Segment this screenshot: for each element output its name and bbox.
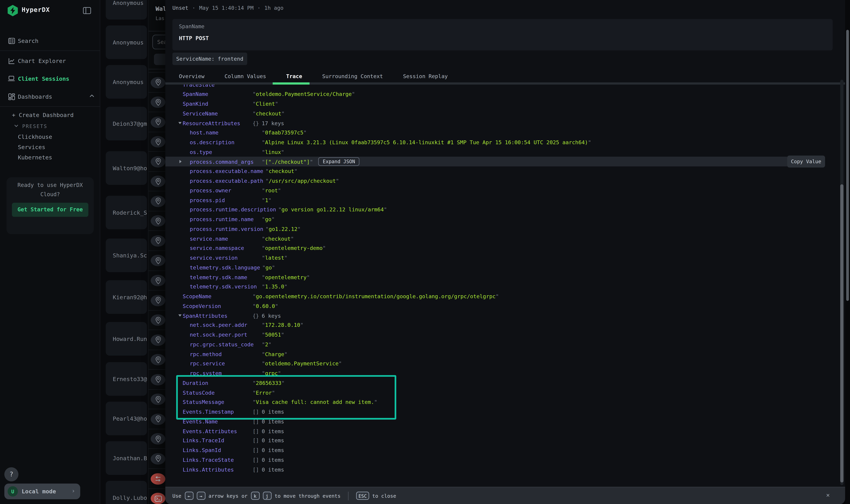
attribute-row[interactable]: rpc.grpc.status_code"2": [165, 340, 837, 349]
attribute-row[interactable]: StatusCode"Error": [165, 388, 837, 397]
location-pin-icon[interactable]: [151, 295, 165, 306]
attribute-row[interactable]: rpc.service"oteldemo.PaymentService": [165, 359, 837, 368]
event-row[interactable]: [149, 330, 165, 349]
location-pin-icon[interactable]: [151, 433, 165, 445]
caret-down-icon[interactable]: [178, 122, 182, 124]
attribute-row[interactable]: Events.Attributes[]0 items: [165, 426, 837, 436]
attribute-row[interactable]: telemetry.sdk.name"opentelemetry": [165, 272, 837, 282]
event-row[interactable]: [149, 409, 165, 429]
attribute-row[interactable]: SpanAttributes{}6 keys: [165, 311, 837, 320]
location-pin-icon[interactable]: [151, 196, 165, 207]
attribute-row[interactable]: process.pid"1": [165, 195, 837, 205]
expand-json-button[interactable]: Expand JSON: [319, 157, 359, 166]
location-pin-icon[interactable]: [151, 394, 165, 405]
location-pin-icon[interactable]: [151, 116, 165, 128]
event-row[interactable]: [149, 488, 165, 504]
event-row[interactable]: [149, 231, 165, 250]
attribute-row[interactable]: ScopeVersion"0.60.0": [165, 301, 837, 311]
location-pin-icon[interactable]: [151, 334, 165, 346]
sidebar-item-chart-explorer[interactable]: Chart Explorer: [0, 56, 100, 66]
event-row[interactable]: [149, 112, 165, 132]
attribute-row[interactable]: process.runtime.name"go": [165, 215, 837, 224]
attribute-row[interactable]: service.name"checkout": [165, 234, 837, 243]
location-pin-icon[interactable]: [151, 215, 165, 227]
event-row[interactable]: [149, 290, 165, 310]
attribute-row[interactable]: service.version"latest": [165, 253, 837, 263]
event-row[interactable]: [149, 449, 165, 468]
attribute-row[interactable]: Links.SpanId[]0 items: [165, 445, 837, 455]
sidebar-item-services[interactable]: Services: [18, 144, 46, 150]
sidebar-item-kubernetes[interactable]: Kubernetes: [18, 154, 52, 160]
help-button[interactable]: ?: [4, 467, 18, 481]
attribute-row[interactable]: Events.Name[]0 items: [165, 417, 837, 426]
window-scrollbar-thumb[interactable]: [846, 30, 849, 301]
attribute-row[interactable]: SpanName"oteldemo.PaymentService/Charge": [165, 89, 837, 99]
location-pin-icon[interactable]: [151, 255, 165, 266]
attribute-row[interactable]: process.runtime.version"go1.22.12": [165, 224, 837, 234]
location-pin-icon[interactable]: [151, 176, 165, 187]
session-list-item[interactable]: Kieran92@h: [106, 280, 147, 314]
event-row[interactable]: [149, 131, 165, 151]
location-pin-icon[interactable]: [151, 374, 165, 385]
attribute-row[interactable]: ResourceAttributes{}17 keys: [165, 118, 837, 128]
event-row[interactable]: [149, 468, 165, 488]
session-list-item[interactable]: Roderick_S: [106, 196, 147, 229]
attribute-row[interactable]: Links.Attributes[]0 items: [165, 465, 837, 474]
sidebar-item-clickhouse[interactable]: Clickhouse: [18, 133, 52, 140]
attribute-row[interactable]: os.type"linux": [165, 147, 837, 157]
tab-surrounding-context[interactable]: Surrounding Context: [322, 73, 383, 79]
event-row[interactable]: [149, 171, 165, 191]
console-error-icon[interactable]: [151, 493, 165, 504]
sidebar-item-search[interactable]: Search: [0, 36, 100, 46]
location-pin-icon[interactable]: [151, 77, 165, 88]
session-list-item[interactable]: Anonymous: [106, 25, 147, 59]
search-input[interactable]: [152, 35, 165, 49]
session-list-item[interactable]: Deion37@gm: [106, 107, 147, 140]
service-name-chip[interactable]: ServiceName: frontend: [172, 53, 247, 65]
attribute-row[interactable]: process.executable.path"/usr/src/app/che…: [165, 176, 837, 185]
tab-trace[interactable]: Trace: [286, 73, 302, 79]
sidebar-collapse-icon[interactable]: [83, 7, 91, 14]
attribute-row[interactable]: process.command_args"["./checkout"]"Expa…: [165, 157, 787, 166]
attribute-row[interactable]: process.executable.name"checkout": [165, 166, 837, 176]
attribute-row[interactable]: Links.TraceId[]0 items: [165, 436, 837, 445]
location-pin-icon[interactable]: [151, 314, 165, 326]
attribute-row[interactable]: telemetry.sdk.language"go": [165, 263, 837, 272]
event-row[interactable]: [149, 270, 165, 290]
drawer-scrollbar-thumb[interactable]: [840, 184, 844, 483]
attribute-row[interactable]: Events.Timestamp[]0 items: [165, 407, 837, 416]
location-pin-icon[interactable]: [151, 275, 165, 286]
event-row[interactable]: [149, 250, 165, 270]
h-button-fragment[interactable]: H: [154, 54, 165, 65]
window-scrollbar[interactable]: [845, 0, 850, 504]
location-pin-icon[interactable]: [151, 354, 165, 365]
location-pin-icon[interactable]: [151, 453, 165, 464]
sidebar-item-create-dashboard[interactable]: + Create Dashboard: [12, 112, 74, 118]
sidebar-item-client-sessions[interactable]: Client Sessions: [0, 74, 100, 84]
session-list-item[interactable]: Ernesto33@: [106, 362, 147, 396]
event-row[interactable]: [149, 191, 165, 211]
event-row[interactable]: [149, 349, 165, 370]
session-list-item[interactable]: Pearl43@ho: [106, 402, 147, 435]
attribute-row[interactable]: Duration"28656333": [165, 378, 837, 388]
attribute-row[interactable]: telemetry.sdk.version"1.35.0": [165, 282, 837, 291]
location-pin-icon[interactable]: [151, 96, 165, 108]
event-row[interactable]: [149, 429, 165, 449]
attribute-row[interactable]: os.description"Alpine Linux 3.21.3 (Linu…: [165, 138, 837, 147]
get-started-button[interactable]: Get Started for Free: [12, 203, 88, 217]
session-list-item[interactable]: Dolly.Lubo: [106, 481, 147, 504]
event-row[interactable]: [149, 211, 165, 231]
event-row[interactable]: [149, 92, 165, 112]
attribute-row[interactable]: ScopeName"go.opentelemetry.io/contrib/in…: [165, 291, 837, 301]
close-icon[interactable]: ✕: [826, 492, 830, 499]
location-pin-icon[interactable]: [151, 235, 165, 247]
caret-down-icon[interactable]: [178, 314, 182, 317]
attribute-row[interactable]: ServiceName"checkout": [165, 109, 837, 118]
attribute-row[interactable]: rpc.method"Charge": [165, 349, 837, 359]
attribute-row[interactable]: StatusMessage"Visa cache full: cannot ad…: [165, 397, 837, 407]
attribute-row[interactable]: process.runtime.description"go version g…: [165, 205, 837, 215]
tab-column-values[interactable]: Column Values: [224, 73, 266, 79]
attribute-row[interactable]: net.sock.peer.addr"172.28.0.10": [165, 320, 837, 330]
session-list-item[interactable]: Anonymous: [106, 0, 147, 20]
tab-overview[interactable]: Overview: [179, 73, 204, 79]
